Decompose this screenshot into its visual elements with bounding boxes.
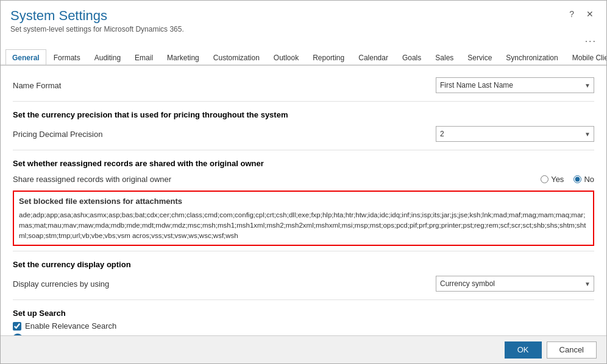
dialog-title: System Settings: [10, 8, 184, 24]
currency-display-row: Display currencies by using Currency sym…: [13, 273, 594, 295]
system-settings-dialog: System Settings Set system-level setting…: [0, 0, 607, 364]
enable-relevance-checkbox[interactable]: [13, 322, 21, 331]
tab-outlook[interactable]: Outlook: [267, 49, 305, 66]
pricing-decimal-row: Pricing Decimal Precision 0 1 2 3 4 5 ▼: [13, 123, 594, 145]
tab-email[interactable]: Email: [128, 49, 160, 66]
tab-sales[interactable]: Sales: [428, 49, 460, 66]
blocked-extensions-content[interactable]: ade;adp;app;asa;ashx;asmx;asp;bas;bat;cd…: [19, 210, 588, 242]
currency-display-header: Set the currency display option: [13, 260, 594, 269]
share-reassigned-row: Share reassigned records with original o…: [13, 172, 594, 187]
tab-marketing[interactable]: Marketing: [160, 49, 206, 66]
reassigned-records-header: Set whether reassigned records are share…: [13, 159, 594, 168]
currency-display-label: Display currencies by using: [13, 279, 436, 289]
share-reassigned-label: Share reassigned records with original o…: [13, 175, 541, 184]
name-format-select-wrapper: First Name Last Name Last Name First Nam…: [436, 77, 594, 93]
help-button[interactable]: ?: [566, 8, 577, 20]
tab-auditing[interactable]: Auditing: [88, 49, 127, 66]
share-reassigned-yes-radio[interactable]: [541, 175, 548, 183]
search-header: Set up Search: [13, 309, 594, 318]
enable-relevance-row: Enable Relevance Search: [13, 321, 594, 331]
separator-1: [13, 101, 594, 102]
name-format-select[interactable]: First Name Last Name Last Name First Nam…: [436, 77, 594, 93]
tab-mobile-client[interactable]: Mobile Client: [566, 49, 606, 66]
share-reassigned-yes-label[interactable]: Yes: [541, 175, 564, 184]
tab-synchronization[interactable]: Synchronization: [499, 49, 564, 66]
currency-display-select[interactable]: Currency symbol Currency code: [436, 276, 594, 292]
pricing-decimal-select-wrapper: 0 1 2 3 4 5 ▼: [436, 126, 594, 142]
name-format-label: Name Format: [13, 81, 436, 90]
enable-relevance-label: Enable Relevance Search: [25, 321, 116, 331]
title-bar: System Settings Set system-level setting…: [1, 1, 606, 36]
share-reassigned-no-text: No: [584, 175, 594, 184]
separator-4: [13, 299, 594, 300]
currency-display-control: Currency symbol Currency code ▼: [436, 276, 594, 292]
tab-reporting[interactable]: Reporting: [306, 49, 351, 66]
ok-button[interactable]: OK: [505, 341, 542, 359]
tab-calendar[interactable]: Calendar: [352, 49, 395, 66]
separator-3: [13, 251, 594, 251]
ellipsis-bar: ···: [1, 36, 606, 48]
share-reassigned-yes-text: Yes: [551, 175, 564, 184]
share-reassigned-radio-group: Yes No: [541, 175, 594, 184]
tab-general[interactable]: General: [5, 49, 46, 66]
pricing-decimal-control: 0 1 2 3 4 5 ▼: [436, 126, 594, 142]
content-area: Name Format First Name Last Name Last Na…: [1, 66, 606, 335]
tab-service[interactable]: Service: [461, 49, 499, 66]
title-bar-left: System Settings Set system-level setting…: [10, 8, 184, 33]
title-bar-controls: ? ✕: [566, 8, 597, 20]
share-reassigned-no-label[interactable]: No: [573, 175, 594, 184]
tab-goals[interactable]: Goals: [396, 49, 428, 66]
tabs-bar: General Formats Auditing Email Marketing…: [1, 48, 606, 66]
blocked-extensions-box: Set blocked file extensions for attachme…: [13, 191, 594, 246]
share-reassigned-no-radio[interactable]: [573, 175, 581, 183]
blocked-extensions-header: Set blocked file extensions for attachme…: [19, 195, 588, 208]
separator-2: [13, 150, 594, 150]
name-format-row: Name Format First Name Last Name Last Na…: [13, 74, 594, 96]
close-button[interactable]: ✕: [583, 8, 597, 20]
cancel-button[interactable]: Cancel: [547, 341, 597, 359]
dialog-subtitle: Set system-level settings for Microsoft …: [10, 25, 184, 33]
tab-customization[interactable]: Customization: [207, 49, 266, 66]
footer: OK Cancel: [1, 335, 606, 363]
name-format-control: First Name Last Name Last Name First Nam…: [436, 77, 594, 93]
currency-precision-header: Set the currency precision that is used …: [13, 110, 594, 119]
tab-formats[interactable]: Formats: [47, 49, 87, 66]
pricing-decimal-select[interactable]: 0 1 2 3 4 5: [436, 126, 594, 142]
currency-display-select-wrapper: Currency symbol Currency code ▼: [436, 276, 594, 292]
pricing-decimal-label: Pricing Decimal Precision: [13, 130, 436, 139]
